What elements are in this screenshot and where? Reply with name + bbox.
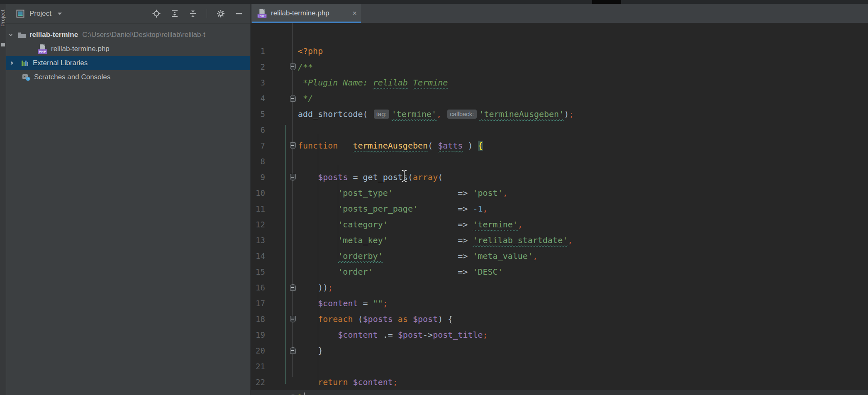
collapse-all-button[interactable] <box>188 9 197 18</box>
fold-close-icon[interactable] <box>290 95 296 102</box>
code-token: )) <box>298 283 328 293</box>
code-token <box>298 330 338 340</box>
locate-button[interactable] <box>152 9 161 18</box>
code-line-15[interactable]: 15 'order' => 'DESC' <box>251 264 868 280</box>
code-token: 'category' <box>338 219 388 229</box>
fold-open-icon[interactable] <box>290 174 296 180</box>
fold-open-icon[interactable] <box>290 316 296 322</box>
code-token: $content <box>338 330 378 340</box>
tab-bar: PHP relilab-termine.php × <box>251 4 868 23</box>
fold-close-icon[interactable] <box>290 284 296 291</box>
code-line-21[interactable]: 21 <box>251 358 868 374</box>
code-line-19[interactable]: 19 $content .= $post->post_title; <box>251 327 868 343</box>
tree-path-project: C:\Users\Daniel\Desktop\relilab\relilab-… <box>82 31 205 39</box>
php-file-icon: PHP <box>258 9 267 18</box>
code-token <box>383 251 458 261</box>
top-edge-notch <box>592 0 621 4</box>
code-token: -> <box>423 330 433 340</box>
chevron-down-icon[interactable] <box>57 12 62 15</box>
code-token <box>388 235 458 245</box>
code-token: 'termineAusgeben' <box>479 109 564 119</box>
code-token: , <box>483 204 488 214</box>
code-line-17[interactable]: 17 $content = ""; <box>251 295 868 311</box>
code-token: , <box>568 235 573 245</box>
code-token: } <box>298 393 303 395</box>
code-token <box>298 298 318 308</box>
code-line-16[interactable]: 16 )); <box>251 280 868 295</box>
code-line-20[interactable]: 20 } <box>251 343 868 358</box>
editor-tab[interactable]: PHP relilab-termine.php × <box>252 4 361 23</box>
code-token: $post <box>398 330 423 340</box>
code-token: => <box>458 188 473 198</box>
code-line-14[interactable]: 14 'orderby' => 'meta_value', <box>251 248 868 264</box>
code-line-12[interactable]: 12 'category' => 'termine', <box>251 217 868 232</box>
code-token: $posts <box>318 172 348 182</box>
code-token <box>298 219 338 229</box>
hide-panel-button[interactable] <box>234 9 244 18</box>
code-line-1[interactable]: 1<?php <box>251 43 868 59</box>
code-line-13[interactable]: 13 'meta_key' => 'relilab_startdate', <box>251 232 868 248</box>
code-line-2[interactable]: 2/** <box>251 59 868 75</box>
code-line-18[interactable]: 18 foreach ($posts as $post) { <box>251 311 868 327</box>
settings-button[interactable] <box>216 9 225 18</box>
code-line-23[interactable]: 23} <box>251 390 868 395</box>
fold-open-icon[interactable] <box>290 142 296 149</box>
code-line-22[interactable]: 22 return $content; <box>251 374 868 390</box>
code-token <box>393 188 458 198</box>
tree-row-scratches[interactable]: Scratches and Consoles <box>6 70 250 84</box>
code-token: 'termine' <box>392 109 436 119</box>
code-token <box>298 172 318 182</box>
code-token: 'relilab_startdate' <box>473 235 568 245</box>
code-token <box>298 188 338 198</box>
code-token: => <box>458 235 473 245</box>
code-line-9[interactable]: 9 $posts = get_posts(array( <box>251 169 868 185</box>
code-line-5[interactable]: 5add_shortcode( tag:'termine', callback:… <box>251 106 868 122</box>
panel-title[interactable]: Project <box>29 10 51 18</box>
code-line-7[interactable]: 7function termineAusgeben( $atts ) { <box>251 138 868 154</box>
code-token <box>298 377 318 387</box>
code-line-10[interactable]: 10 'post_type' => 'post', <box>251 185 868 201</box>
code-line-11[interactable]: 11 'posts_per_page' => -1, <box>251 201 868 217</box>
code-token: ( <box>353 314 363 324</box>
line-number: 23 <box>251 390 265 395</box>
fold-open-icon[interactable] <box>290 63 296 70</box>
code-token: , <box>533 251 538 261</box>
code-token: ( <box>428 141 438 151</box>
line-number: 6 <box>251 122 265 138</box>
line-number: 20 <box>251 343 265 358</box>
code-token: , <box>518 219 523 229</box>
code-token: function <box>298 141 338 151</box>
code-token: => <box>458 219 473 229</box>
line-number: 10 <box>251 185 265 201</box>
code-token: ; <box>569 109 574 119</box>
code-line-3[interactable]: 3 *Plugin Name: relilab Termine <box>251 75 868 90</box>
tree-row-project-root[interactable]: relilab-termine C:\Users\Daniel\Desktop\… <box>6 28 250 42</box>
code-token: => <box>458 267 473 277</box>
code-token: = <box>358 298 373 308</box>
folder-icon <box>18 32 26 38</box>
code-line-6[interactable]: 6 <box>251 122 868 138</box>
code-editor-area[interactable]: 1<?php2/**3 *Plugin Name: relilab Termin… <box>251 23 868 395</box>
code-token: 'meta_value' <box>473 251 533 261</box>
project-panel-header: Project <box>6 4 250 24</box>
code-token: ) <box>564 109 569 119</box>
code-line-4[interactable]: 4 */ <box>251 90 868 106</box>
code-token: ) { <box>438 314 453 324</box>
project-tool-button[interactable]: Project <box>0 10 6 27</box>
code-line-8[interactable]: 8 <box>251 154 868 169</box>
tool-window-square-icon[interactable] <box>1 43 5 46</box>
expand-all-button[interactable] <box>170 9 179 18</box>
line-number: 22 <box>251 374 265 390</box>
code-token: , <box>436 109 441 119</box>
line-number: 19 <box>251 327 265 343</box>
fold-close-icon[interactable] <box>290 347 296 354</box>
chevron-down-icon[interactable] <box>8 32 14 37</box>
tree-label-project: relilab-termine <box>29 31 78 39</box>
code-token: ; <box>328 283 333 293</box>
code-token: => <box>458 204 473 214</box>
chevron-right-icon[interactable] <box>9 61 15 66</box>
tab-close-icon[interactable]: × <box>352 9 357 18</box>
tree-row-external-libraries[interactable]: External Libraries <box>6 56 250 70</box>
tree-row-php-file[interactable]: PHP relilab-termine.php <box>6 42 250 56</box>
code-token <box>418 204 458 214</box>
